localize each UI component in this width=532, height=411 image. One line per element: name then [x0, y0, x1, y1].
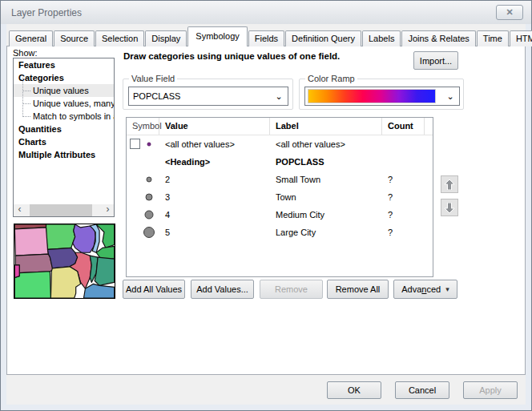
dialog-footer: OK Cancel Apply — [6, 375, 526, 405]
cell-label: Medium City — [270, 210, 382, 220]
cell-value: <all other values> — [159, 139, 270, 149]
cell-label: <all other values> — [270, 139, 382, 149]
color-ramp-group: Color Ramp ⌄ — [299, 79, 464, 110]
cell-count: ? — [382, 228, 425, 237]
apply-button[interactable]: Apply — [463, 381, 518, 399]
cell-count: ? — [382, 175, 425, 184]
chevron-down-icon[interactable]: ⌄ — [441, 91, 459, 102]
import-button[interactable]: Import... — [413, 51, 458, 70]
column-header-count[interactable]: Count — [382, 118, 425, 135]
all-other-values-checkbox[interactable] — [130, 139, 140, 149]
cell-label: Large City — [270, 228, 382, 237]
move-up-button[interactable] — [441, 175, 458, 193]
color-ramp-gradient — [308, 89, 436, 103]
unique-values-table: Symbol Value Label Count <all other valu… — [126, 117, 433, 277]
scroll-thumb[interactable] — [30, 204, 92, 216]
table-row[interactable]: 5 Large City ? — [127, 224, 433, 241]
tab-symbology[interactable]: Symbology — [187, 26, 247, 46]
tab-html-popup[interactable]: HTML Popup — [510, 30, 532, 46]
tree-horizontal-scrollbar[interactable]: ‹ › — [14, 204, 114, 216]
symbology-tab-page: Show: Features Categories Unique values … — [6, 46, 526, 375]
tree-item-multiple-attributes[interactable]: Multiple Attributes — [14, 148, 114, 161]
tree-item-charts[interactable]: Charts — [14, 135, 114, 148]
advanced-label: Adva — [401, 284, 421, 294]
tab-source[interactable]: Source — [54, 30, 95, 46]
tab-selection[interactable]: Selection — [95, 30, 144, 46]
cell-value: 5 — [159, 228, 270, 237]
graduated-symbol-icon[interactable] — [147, 177, 152, 183]
column-header-value[interactable]: Value — [159, 118, 270, 135]
remove-button[interactable]: Remove — [260, 280, 323, 299]
arrow-up-icon — [445, 179, 454, 190]
show-label: Show: — [13, 48, 38, 58]
value-field-group: Value Field POPCLASS ⌄ — [123, 79, 293, 110]
close-icon[interactable]: ✕ — [496, 5, 523, 20]
cell-count: ? — [382, 210, 425, 220]
graduated-symbol-icon[interactable] — [146, 194, 153, 201]
chevron-down-icon[interactable]: ⌄ — [270, 91, 288, 102]
dropdown-arrow-icon: ▾ — [445, 285, 449, 293]
tab-strip: General Source Selection Display Symbolo… — [6, 24, 526, 46]
scroll-right-icon[interactable]: › — [102, 204, 114, 216]
ok-button[interactable]: OK — [327, 381, 381, 399]
column-header-symbol[interactable]: Symbol — [127, 118, 159, 135]
tree-item-match-to-symbols[interactable]: Match to symbols in a — [14, 110, 114, 123]
table-row[interactable]: 2 Small Town ? — [127, 171, 433, 188]
window-title: Layer Properties — [11, 7, 496, 18]
cell-value: 2 — [159, 175, 270, 184]
tab-general[interactable]: General — [9, 30, 53, 46]
table-row-heading[interactable]: <Heading> POPCLASS — [127, 153, 433, 171]
cell-label: POPCLASS — [270, 157, 382, 167]
show-tree: Features Categories Unique values Unique… — [13, 58, 115, 217]
scroll-left-icon[interactable]: ‹ — [14, 204, 26, 216]
titlebar: Layer Properties ✕ — [1, 1, 531, 24]
cell-label: Town — [270, 192, 382, 202]
add-values-button[interactable]: Add Values... — [191, 280, 254, 299]
value-field-selected: POPCLASS — [129, 91, 270, 101]
table-header: Symbol Value Label Count — [127, 118, 433, 135]
advanced-label-suffix: ced — [426, 284, 441, 294]
tree-item-features[interactable]: Features — [14, 58, 114, 71]
move-down-button[interactable] — [441, 199, 458, 216]
color-ramp-label: Color Ramp — [305, 74, 357, 83]
advanced-button[interactable]: Advanced ▾ — [393, 280, 457, 299]
layer-properties-dialog: Layer Properties ✕ General Source Select… — [0, 0, 532, 411]
color-ramp-combobox[interactable]: ⌄ — [304, 87, 460, 106]
add-all-values-button[interactable]: Add All Values — [123, 280, 185, 299]
value-field-label: Value Field — [129, 74, 177, 83]
action-button-row: Add All Values Add Values... Remove Remo… — [7, 280, 525, 299]
tab-definition-query[interactable]: Definition Query — [285, 30, 361, 46]
all-other-values-symbol-icon[interactable] — [147, 143, 151, 147]
column-header-label[interactable]: Label — [270, 118, 382, 135]
instruction-text: Draw categories using unique values of o… — [123, 51, 340, 61]
value-field-combobox[interactable]: POPCLASS ⌄ — [128, 87, 288, 106]
table-row[interactable]: 4 Medium City ? — [127, 206, 433, 224]
cell-value: <Heading> — [159, 157, 270, 167]
graduated-symbol-icon[interactable] — [145, 211, 154, 220]
tree-item-quantities[interactable]: Quantities — [14, 123, 114, 135]
cell-label: Small Town — [270, 175, 382, 184]
table-row[interactable]: <all other values> <all other values> — [127, 135, 433, 153]
cell-value: 4 — [159, 210, 270, 220]
remove-all-button[interactable]: Remove All — [327, 280, 389, 299]
tab-display[interactable]: Display — [145, 30, 187, 46]
tab-time[interactable]: Time — [477, 30, 509, 46]
graduated-symbol-icon[interactable] — [143, 227, 155, 238]
arrow-down-icon — [445, 203, 454, 213]
table-row[interactable]: 3 Town ? — [127, 188, 433, 206]
cancel-button[interactable]: Cancel — [395, 381, 449, 399]
tab-fields[interactable]: Fields — [248, 30, 284, 46]
cell-count: ? — [382, 192, 425, 202]
tab-labels[interactable]: Labels — [362, 30, 401, 46]
tab-joins-relates[interactable]: Joins & Relates — [401, 30, 475, 46]
cell-value: 3 — [159, 192, 270, 202]
